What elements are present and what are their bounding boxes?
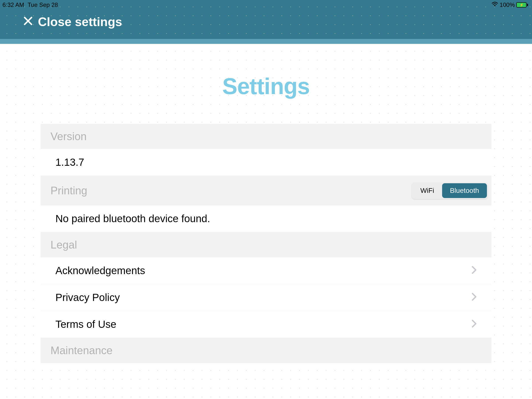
row-label: Privacy Policy bbox=[55, 292, 120, 303]
chevron-right-icon bbox=[472, 265, 477, 277]
status-time: 6:32 AM bbox=[2, 1, 24, 8]
battery-icon: ⚡ bbox=[516, 2, 528, 8]
version-row: 1.13.7 bbox=[41, 149, 491, 176]
section-header-label: Printing bbox=[50, 184, 87, 197]
wifi-icon bbox=[491, 1, 498, 8]
battery-percent: 100% bbox=[500, 1, 515, 8]
segment-bluetooth[interactable]: Bluetooth bbox=[442, 183, 487, 198]
row-label: Terms of Use bbox=[55, 318, 116, 330]
section-header-label: Version bbox=[50, 130, 87, 143]
chevron-right-icon bbox=[472, 318, 477, 330]
section-header-legal: Legal bbox=[41, 232, 491, 257]
section-header-label: Maintenance bbox=[50, 344, 113, 357]
printing-mode-toggle: WiFi Bluetooth bbox=[412, 182, 488, 199]
section-header-maintenance: Maintenance bbox=[41, 338, 491, 363]
legal-acknowledgements-row[interactable]: Acknowledgements bbox=[41, 257, 491, 284]
close-icon bbox=[23, 16, 33, 28]
status-bar: 6:32 AM Tue Sep 28 100% ⚡ bbox=[0, 0, 532, 10]
close-settings-button[interactable]: Close settings bbox=[23, 15, 122, 29]
row-label: Acknowledgements bbox=[55, 265, 145, 277]
chevron-right-icon bbox=[472, 292, 477, 303]
printing-status-text: No paired bluetooth device found. bbox=[55, 213, 210, 225]
section-header-printing: Printing WiFi Bluetooth bbox=[41, 176, 491, 205]
legal-privacy-row[interactable]: Privacy Policy bbox=[41, 284, 491, 311]
settings-list: Version 1.13.7 Printing WiFi Bluetooth N… bbox=[41, 124, 491, 363]
section-header-version: Version bbox=[41, 124, 491, 149]
version-value: 1.13.7 bbox=[55, 156, 84, 168]
segment-wifi[interactable]: WiFi bbox=[413, 183, 442, 198]
page-title: Settings bbox=[0, 73, 532, 99]
accent-bar bbox=[0, 39, 532, 44]
legal-terms-row[interactable]: Terms of Use bbox=[41, 311, 491, 338]
section-header-label: Legal bbox=[50, 239, 77, 251]
printing-status-row: No paired bluetooth device found. bbox=[41, 205, 491, 232]
status-date: Tue Sep 28 bbox=[28, 1, 58, 8]
close-settings-label: Close settings bbox=[38, 15, 122, 29]
